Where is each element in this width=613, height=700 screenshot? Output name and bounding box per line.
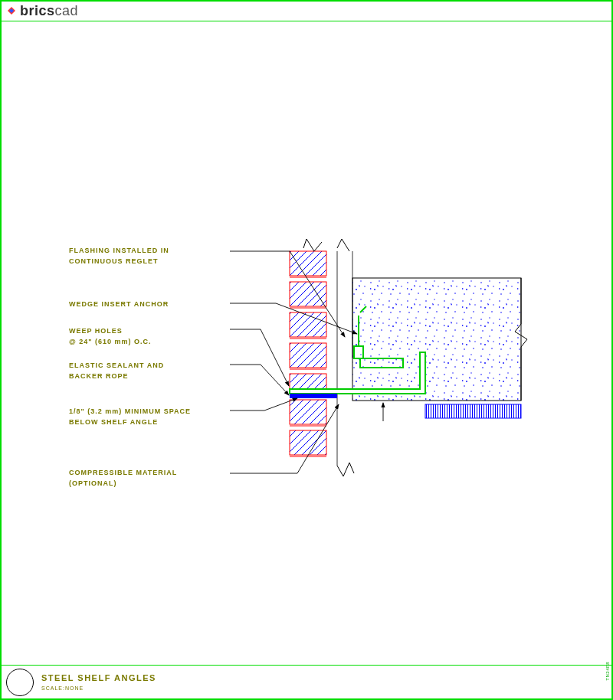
svg-rect-15 [290, 343, 326, 368]
brand-second: cad [55, 3, 79, 18]
svg-rect-21 [290, 400, 326, 424]
concrete-slab [352, 278, 527, 401]
drawing-title: STEEL SHELF ANGLES [41, 673, 156, 682]
bricscad-logo-icon [6, 6, 17, 17]
svg-rect-14 [290, 312, 326, 337]
sealant-joint [290, 394, 337, 398]
brand-first: brics [20, 3, 55, 18]
insulation [425, 404, 521, 418]
svg-rect-16 [290, 374, 326, 391]
title-text: STEEL SHELF ANGLES SCALE:NONE [41, 673, 156, 691]
svg-rect-27 [352, 278, 521, 401]
header: bricscad [2, 2, 611, 21]
technical-drawing [0, 21, 613, 665]
left-wythe [290, 251, 326, 456]
title-block: STEEL SHELF ANGLES SCALE:NONE [2, 665, 611, 698]
title-circle-icon [6, 669, 34, 696]
svg-rect-12 [290, 251, 326, 276]
svg-rect-13 [290, 282, 326, 306]
brand-text: bricscad [20, 3, 78, 19]
drawing-scale: SCALE:NONE [41, 685, 156, 691]
